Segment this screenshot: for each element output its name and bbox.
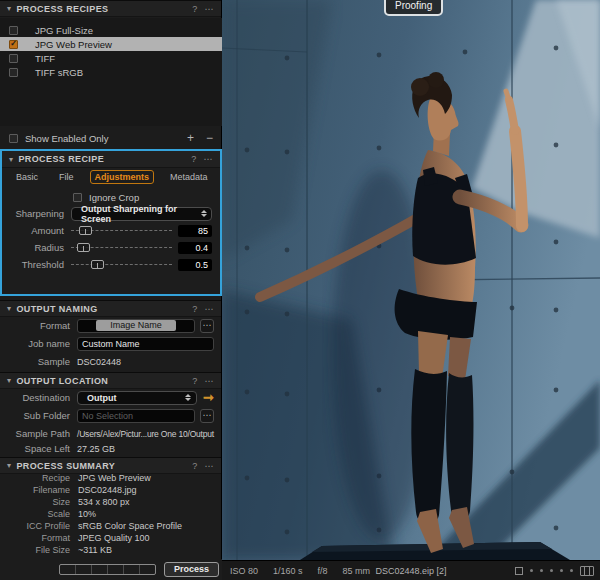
- chevron-down-icon: ▾: [7, 4, 11, 13]
- job-name-input[interactable]: Custom Name: [77, 337, 214, 351]
- radius-label: Radius: [2, 242, 64, 253]
- rating-dot-icon[interactable]: [550, 569, 553, 572]
- recipe-label: JPG Web Preview: [35, 39, 112, 50]
- sharpening-value: Output Sharpening for Screen: [81, 204, 198, 224]
- summary-row-recipe: Recipe JPG Web Preview: [0, 473, 222, 485]
- ignore-crop-checkbox[interactable]: [73, 193, 82, 202]
- help-icon[interactable]: ?: [192, 304, 197, 314]
- help-icon[interactable]: ?: [191, 154, 196, 164]
- summary-label: Filename: [8, 485, 70, 495]
- process-summary-header[interactable]: ▾ PROCESS SUMMARY ? ⋯: [0, 457, 221, 474]
- amount-slider-row: Amount 85: [2, 223, 220, 238]
- process-bottom-row: Process: [0, 559, 222, 580]
- recipe-checkbox[interactable]: [9, 26, 18, 35]
- recipe-row-jpg-web-preview[interactable]: ✓ JPG Web Preview: [0, 37, 222, 51]
- more-icon[interactable]: ⋯: [205, 304, 214, 314]
- recipe-label: JPG Full-Size: [35, 25, 93, 36]
- rating-dot-icon[interactable]: [540, 569, 543, 572]
- capture-one-window: ▾ PROCESS RECIPES ? ⋯ JPG Full-Size ✓ JP…: [0, 0, 600, 580]
- proofing-tooltip: Proofing: [384, 0, 443, 16]
- destination-value: Output: [87, 393, 117, 403]
- threshold-label: Threshold: [2, 259, 64, 270]
- rating-dot-icon[interactable]: [570, 569, 573, 572]
- sharpening-label: Sharpening: [2, 208, 64, 219]
- sub-folder-options-button[interactable]: ⋯: [200, 409, 214, 423]
- filmstrip-icon[interactable]: [580, 566, 594, 576]
- tab-metadata[interactable]: Metadata: [165, 170, 213, 184]
- job-name-value: Custom Name: [82, 339, 140, 349]
- recipe-row-tiff[interactable]: TIFF: [0, 51, 222, 65]
- more-icon[interactable]: ⋯: [205, 376, 214, 386]
- more-icon[interactable]: ⋯: [204, 154, 213, 164]
- format-input[interactable]: Image Name: [77, 319, 195, 333]
- threshold-slider-row: Threshold 0.5: [2, 257, 220, 272]
- show-enabled-only-label: Show Enabled Only: [25, 133, 108, 144]
- help-icon[interactable]: ?: [192, 461, 197, 471]
- process-recipe-header[interactable]: ▾ PROCESS RECIPE ? ⋯: [2, 151, 220, 168]
- job-name-label: Job name: [8, 338, 70, 349]
- recipe-checkbox[interactable]: [9, 54, 18, 63]
- color-tag-icon[interactable]: [515, 567, 523, 575]
- summary-row-icc-profile: ICC Profile sRGB Color Space Profile: [0, 521, 222, 533]
- image-viewer[interactable]: [222, 0, 600, 560]
- add-recipe-button[interactable]: +: [187, 132, 194, 144]
- summary-label: Recipe: [8, 473, 70, 483]
- process-recipe-title: PROCESS RECIPE: [18, 154, 104, 164]
- rating-dot-icon[interactable]: [530, 569, 533, 572]
- output-location-header[interactable]: ▾ OUTPUT LOCATION ? ⋯: [0, 372, 221, 389]
- destination-dropdown[interactable]: Output: [77, 391, 197, 405]
- process-recipes-header[interactable]: ▾ PROCESS RECIPES ? ⋯: [0, 0, 221, 17]
- open-folder-arrow-icon[interactable]: ➞: [203, 391, 214, 404]
- threshold-value[interactable]: 0.5: [178, 259, 212, 271]
- more-icon[interactable]: ⋯: [205, 461, 214, 471]
- tab-file[interactable]: File: [54, 170, 79, 184]
- show-enabled-only-checkbox[interactable]: [9, 134, 18, 143]
- sub-folder-label: Sub Folder: [8, 410, 70, 421]
- stepper-icon: [198, 208, 209, 220]
- chevron-down-icon: ▾: [7, 461, 11, 470]
- tools-sidebar: ▾ PROCESS RECIPES ? ⋯ JPG Full-Size ✓ JP…: [0, 0, 222, 580]
- output-naming-header[interactable]: ▾ OUTPUT NAMING ? ⋯: [0, 300, 221, 317]
- remove-recipe-button[interactable]: −: [206, 132, 213, 144]
- summary-value: 534 x 800 px: [78, 497, 130, 507]
- recipe-row-jpg-full-size[interactable]: JPG Full-Size: [0, 23, 222, 37]
- help-icon[interactable]: ?: [192, 376, 197, 386]
- help-icon[interactable]: ?: [192, 4, 197, 14]
- tab-basic[interactable]: Basic: [11, 170, 43, 184]
- summary-value: JPEG Quality 100: [78, 533, 150, 543]
- process-summary-title: PROCESS SUMMARY: [16, 461, 115, 471]
- process-button[interactable]: Process: [164, 562, 219, 577]
- space-left-row: Space Left 27.25 GB: [0, 441, 222, 456]
- threshold-slider-handle[interactable]: [91, 260, 104, 269]
- output-naming-title: OUTPUT NAMING: [16, 304, 97, 314]
- format-options-button[interactable]: ⋯: [200, 319, 214, 333]
- destination-row: Destination Output ➞: [0, 390, 222, 405]
- radius-slider-track[interactable]: [71, 243, 172, 252]
- tab-adjustments[interactable]: Adjustments: [90, 170, 155, 184]
- amount-slider-handle[interactable]: [79, 226, 92, 235]
- recipe-row-tiff-srgb[interactable]: TIFF sRGB: [0, 65, 222, 79]
- summary-row-format: Format JPEG Quality 100: [0, 533, 222, 545]
- summary-label: Size: [8, 497, 70, 507]
- stepper-icon: [182, 392, 194, 404]
- show-enabled-only-row: Show Enabled Only + −: [0, 129, 222, 147]
- more-icon[interactable]: ⋯: [205, 4, 214, 14]
- amount-value[interactable]: 85: [178, 225, 212, 237]
- ignore-crop-label: Ignore Crop: [89, 192, 139, 203]
- threshold-slider-track[interactable]: [71, 260, 172, 269]
- radius-slider-handle[interactable]: [77, 243, 90, 252]
- recipe-checkbox[interactable]: [9, 68, 18, 77]
- amount-slider-track[interactable]: [71, 226, 172, 235]
- sub-folder-input[interactable]: No Selection: [77, 409, 195, 423]
- radius-value[interactable]: 0.4: [178, 242, 212, 254]
- sharpening-dropdown[interactable]: Output Sharpening for Screen: [71, 207, 212, 221]
- recipe-checkbox-checked[interactable]: ✓: [9, 40, 18, 49]
- summary-value: DSC02448.jpg: [78, 485, 137, 495]
- rating-dot-icon[interactable]: [560, 569, 563, 572]
- chevron-down-icon: ▾: [7, 304, 11, 313]
- sample-value: DSC02448: [77, 357, 121, 367]
- format-row: Format Image Name ⋯: [0, 318, 222, 333]
- chevron-down-icon: ▾: [9, 155, 13, 164]
- format-token[interactable]: Image Name: [96, 320, 176, 331]
- sample-label: Sample: [8, 356, 70, 367]
